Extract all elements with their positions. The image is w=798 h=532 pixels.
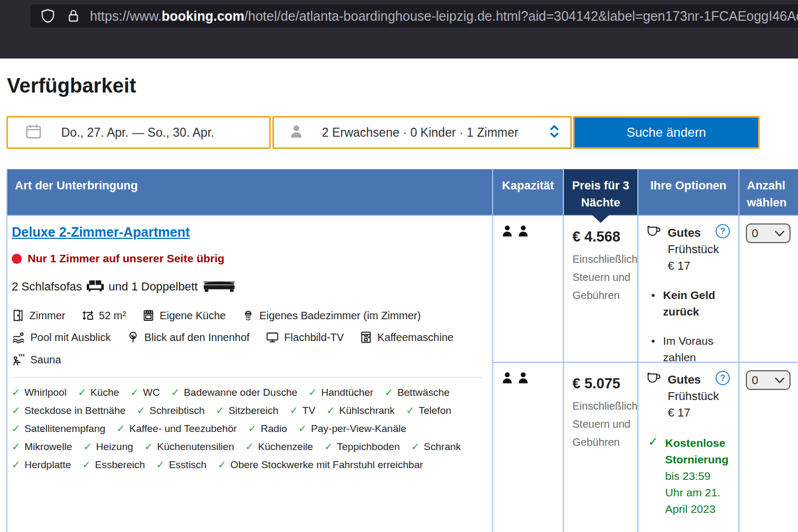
amenity-item: ✓Satellitenempfang [12, 422, 105, 435]
amenity-label: Pay-per-View-Kanäle [311, 423, 406, 435]
feature-label: 52 m² [99, 310, 126, 322]
capacity-cell [493, 362, 564, 532]
amenity-label: Telefon [419, 405, 451, 417]
amenity-item: ✓Küchenzeile [245, 440, 313, 453]
quantity-select[interactable]: 0 [746, 223, 791, 243]
feature-line: Zimmer52 m²Eigene KücheEigenes Badezimme… [12, 309, 486, 322]
feature-label: Eigenes Badezimmer (im Zimmer) [259, 310, 420, 322]
chevron-down-icon [775, 230, 785, 237]
amenity-item: ✓TV [289, 404, 315, 417]
check-icon: ✓ [171, 386, 180, 398]
shield-icon[interactable] [40, 8, 56, 24]
adult-icon [501, 371, 514, 387]
pool-icon [12, 331, 26, 344]
amenity-label: Küchenzeile [258, 441, 313, 453]
person-icon [289, 124, 304, 141]
calendar-icon [25, 123, 42, 142]
amenity-label: TV [302, 405, 315, 417]
feature-label: Flachbild-TV [284, 331, 344, 344]
adult-icon [517, 371, 530, 387]
amenity-label: Radio [261, 423, 287, 435]
amenity-item: ✓Heizung [84, 440, 134, 453]
feature-line: Pool mit AusblickBlick auf den InnenhofF… [12, 331, 486, 344]
amenity-item: ✓Küchenutensilien [144, 440, 234, 453]
amount-cell: 0 [739, 362, 798, 532]
occupancy-field[interactable]: 2 Erwachsene · 0 Kinder · 1 Zimmer [272, 116, 572, 149]
tree-icon [127, 331, 139, 344]
sauna-icon [12, 353, 26, 367]
options-cell: Gutes Frühstück € 17 ? ✓ Kostenlose Stor… [638, 362, 739, 532]
amenity-label: Whirlpool [24, 387, 66, 398]
oven-icon [142, 309, 155, 322]
room-feature: Eigene Küche [142, 309, 226, 322]
column-header-amount: Anzahl wählen [739, 169, 798, 215]
check-icon: ✓ [12, 386, 20, 398]
room-name-link[interactable]: Deluxe 2-Zimmer-Apartment [12, 225, 190, 240]
help-icon[interactable]: ? [716, 224, 730, 238]
help-icon[interactable]: ? [716, 371, 730, 385]
feature-line: Sauna [12, 353, 486, 367]
amenity-label: Handtücher [321, 387, 373, 398]
amenity-item: ✓Essbereich [82, 459, 145, 471]
amenity-line: ✓Herdplatte✓Essbereich✓Esstisch✓Obere St… [12, 459, 486, 471]
amenity-item: ✓Mikrowelle [12, 440, 72, 453]
lock-icon[interactable] [66, 9, 80, 23]
check-icon: ✓ [648, 435, 658, 517]
check-icon: ✓ [156, 459, 165, 470]
room-cell: Deluxe 2-Zimmer-Apartment Nur 1 Zimmer a… [7, 215, 493, 532]
page-title: Verfügbarkeit [7, 74, 136, 97]
check-icon: ✓ [324, 440, 332, 452]
check-icon: ✓ [215, 404, 224, 416]
amenity-item: ✓WC [130, 386, 160, 398]
amenity-item: ✓Telefon [406, 404, 451, 417]
amenity-label: WC [143, 387, 160, 398]
column-header-price: Preis für 3 Nächte [564, 169, 638, 215]
amenity-label: Obere Stockwerke mit Fahrstuhl erreichba… [230, 459, 423, 471]
divider [13, 377, 483, 378]
quantity-select[interactable]: 0 [746, 370, 791, 390]
amount-cell: 0 [739, 215, 798, 362]
price-amount: € 5.075 [572, 376, 637, 392]
amenity-item: ✓Whirlpool [12, 386, 66, 398]
tv-icon [265, 331, 279, 344]
date-range-field[interactable]: Do., 27. Apr. — So., 30. Apr. [6, 116, 271, 149]
availability-table: Art der Unterbringung Kapazität Preis fü… [6, 169, 798, 532]
check-icon: ✓ [218, 459, 226, 470]
url-bar[interactable]: https://www.booking.com/hotel/de/atlanta… [30, 4, 798, 28]
change-search-button[interactable]: Suche ändern [573, 116, 760, 149]
browser-chrome: https://www.booking.com/hotel/de/atlanta… [0, 0, 798, 59]
room-feature: Zimmer [12, 309, 65, 322]
adult-icon [517, 225, 530, 240]
amenity-label: Steckdose in Bettnähe [24, 405, 126, 417]
amenity-item: ✓Obere Stockwerke mit Fahrstuhl erreichb… [218, 459, 423, 471]
chevron-down-icon [775, 377, 785, 384]
shower-icon [242, 309, 254, 322]
amenity-label: Küche [90, 387, 119, 398]
check-icon: ✓ [12, 422, 20, 434]
room-feature: Blick auf den Innenhof [127, 331, 250, 344]
amenity-label: Badewanne oder Dusche [184, 387, 297, 398]
bed-configuration: 2 Schlafsofas und 1 Doppelbett [12, 278, 486, 295]
amenity-item: ✓Steckdose in Bettnähe [12, 404, 126, 417]
check-icon: ✓ [130, 386, 139, 398]
check-icon: ✓ [12, 440, 20, 452]
amenity-label: Essbereich [95, 459, 145, 471]
options-cell: Gutes Frühstück € 17 ? Kein Geld zurück … [638, 215, 739, 362]
url-text: https://www.booking.com/hotel/de/atlanta… [90, 9, 798, 24]
scarcity-message: Nur 1 Zimmer auf unserer Seite übrig [12, 252, 486, 265]
check-icon: ✓ [12, 404, 20, 416]
sofa-icon [87, 279, 104, 295]
check-icon: ✓ [82, 459, 91, 470]
check-icon: ✓ [137, 404, 145, 416]
check-icon: ✓ [406, 404, 414, 416]
price-cell: € 4.568 Einschließlich Steuern und Gebüh… [564, 215, 638, 362]
amenity-label: Schrank [424, 441, 461, 453]
check-icon: ✓ [117, 422, 125, 434]
check-icon: ✓ [327, 404, 335, 416]
amenity-label: Satellitenempfang [24, 423, 105, 435]
check-icon: ✓ [385, 386, 393, 398]
amenity-label: Heizung [96, 441, 134, 453]
check-icon: ✓ [84, 440, 92, 452]
column-header-capacity: Kapazität [493, 169, 564, 215]
amenity-item: ✓Kaffee- und Teezubehör [117, 422, 237, 435]
